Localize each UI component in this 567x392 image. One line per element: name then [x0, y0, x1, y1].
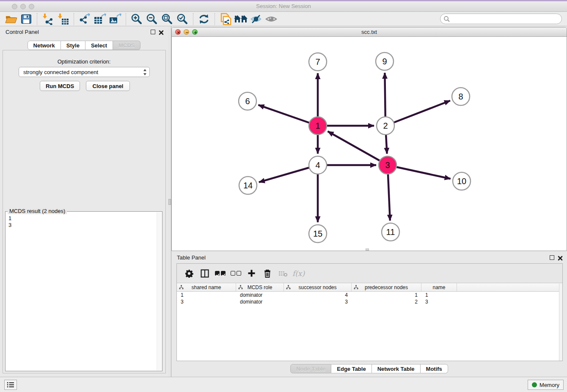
export-image-icon[interactable]: [107, 13, 123, 25]
svg-text:3: 3: [385, 160, 390, 170]
svg-text:9: 9: [382, 57, 387, 66]
memory-button[interactable]: Memory: [528, 380, 564, 390]
graph-edge-1-6[interactable]: [258, 105, 318, 126]
table-toolbar: f(x): [177, 264, 562, 283]
table-cell: 2: [352, 298, 421, 305]
deselect-all-columns-icon[interactable]: [228, 266, 244, 281]
float-panel-icon[interactable]: [151, 30, 155, 34]
table-cell: 1: [421, 292, 457, 298]
zoom-fit-icon[interactable]: [160, 13, 175, 25]
tab-motifs[interactable]: Motifs: [421, 364, 448, 373]
table-scrollbar[interactable]: [559, 284, 562, 361]
toolbar-separator: [215, 13, 215, 25]
column-header-name[interactable]: name: [421, 283, 457, 291]
export-network-icon[interactable]: [77, 13, 92, 25]
table-cell: 1: [177, 292, 236, 298]
search-input[interactable]: [450, 15, 561, 23]
mcds-result-scrollbar[interactable]: [157, 212, 162, 370]
graph-node-3[interactable]: 3: [379, 156, 396, 174]
panel-divider[interactable]: [168, 26, 171, 377]
memory-label: Memory: [539, 382, 559, 388]
tab-mcds[interactable]: MCDS: [113, 41, 140, 50]
table-row[interactable]: 1dominator411: [177, 292, 562, 298]
svg-text:14: 14: [243, 181, 253, 190]
column-header-shared-name[interactable]: shared name: [177, 283, 236, 291]
select-all-columns-icon[interactable]: [212, 266, 228, 281]
graph-node-14[interactable]: 14: [239, 177, 257, 194]
svg-text:4: 4: [315, 160, 320, 170]
tab-network-table[interactable]: Network Table: [372, 364, 421, 373]
refresh-layout-icon[interactable]: [196, 13, 212, 25]
graph-node-1[interactable]: 1: [309, 117, 327, 135]
graph-node-11[interactable]: 11: [382, 223, 399, 241]
toolbar-separator: [37, 13, 37, 25]
criterion-dropdown[interactable]: strongly connected component: [19, 67, 150, 77]
svg-text:2: 2: [383, 121, 388, 130]
list-icon: [7, 382, 14, 388]
criterion-value: strongly connected component: [23, 69, 98, 75]
run-mcds-button[interactable]: Run MCDS: [40, 81, 80, 91]
window-title: Session: New Session: [0, 3, 567, 9]
graph-node-2[interactable]: 2: [377, 117, 394, 135]
tab-node-table[interactable]: Node Table: [290, 364, 331, 373]
tab-edge-table[interactable]: Edge Table: [331, 364, 372, 373]
export-table-icon[interactable]: [92, 13, 107, 25]
show-graphics-details-icon[interactable]: [264, 13, 279, 25]
search-box[interactable]: [440, 14, 562, 24]
zoom-out-icon[interactable]: [144, 13, 160, 25]
tab-network[interactable]: Network: [28, 41, 61, 50]
add-row-icon[interactable]: [244, 266, 259, 281]
hide-graphics-details-icon[interactable]: [248, 13, 264, 25]
close-panel-button[interactable]: Close panel: [86, 81, 130, 91]
table-cell: 1: [352, 292, 421, 298]
close-panel-icon[interactable]: [558, 255, 563, 262]
graph-node-6[interactable]: 6: [239, 92, 256, 110]
toolbar-separator: [193, 13, 193, 25]
zoom-selected-icon[interactable]: [175, 13, 190, 25]
network-canvas[interactable]: 1234678910111415: [172, 37, 567, 251]
graph-node-8[interactable]: 8: [452, 88, 470, 105]
optimization-criterion-label: Optimization criterion:: [0, 58, 168, 65]
settings-gear-icon[interactable]: [181, 266, 197, 281]
graph-node-4[interactable]: 4: [309, 156, 327, 174]
table-body: 1dominator4113dominator323: [177, 292, 562, 305]
column-header-successor-nodes[interactable]: successor nodes: [284, 283, 352, 291]
float-panel-icon[interactable]: [550, 255, 554, 260]
network-window-titlebar[interactable]: scc.txt: [172, 28, 567, 37]
mcds-result-box: MCDS result (2 nodes) 1 3: [5, 211, 162, 371]
import-table-icon[interactable]: [55, 13, 71, 25]
clone-network-icon[interactable]: [218, 13, 233, 25]
column-header-MCDS-role[interactable]: MCDS role: [236, 283, 284, 291]
delete-row-icon[interactable]: [259, 266, 275, 281]
svg-text:1: 1: [315, 121, 320, 130]
toolbar-separator: [74, 13, 74, 25]
svg-text:10: 10: [457, 177, 466, 186]
graph-edge-2-8[interactable]: [385, 101, 450, 126]
task-history-button[interactable]: [4, 380, 17, 390]
graph-edge-3-10[interactable]: [388, 165, 451, 179]
table-tabs: Node TableEdge TableNetwork TableMotifs: [171, 364, 567, 373]
canvas-resize-handle[interactable]: [366, 248, 369, 251]
table-row[interactable]: 3dominator323: [177, 298, 562, 305]
table-panel: Table Panel: [171, 252, 567, 377]
divider-handle[interactable]: [168, 199, 171, 205]
graph-node-15[interactable]: 15: [309, 225, 327, 243]
graph-node-10[interactable]: 10: [453, 172, 471, 190]
graph-node-7[interactable]: 7: [309, 53, 327, 71]
network-window-title: scc.txt: [172, 29, 567, 35]
graph-edge-3-1[interactable]: [328, 131, 388, 165]
graph-node-9[interactable]: 9: [376, 52, 394, 70]
close-panel-icon[interactable]: [159, 29, 164, 37]
tab-select[interactable]: Select: [85, 41, 113, 50]
tab-style[interactable]: Style: [61, 41, 85, 50]
open-session-icon[interactable]: [3, 13, 19, 25]
function-builder-icon-disabled: f(x): [291, 266, 306, 281]
import-network-icon[interactable]: [40, 13, 55, 25]
split-view-icon[interactable]: [197, 266, 212, 281]
save-session-icon[interactable]: [19, 13, 34, 25]
search-icon: [443, 16, 450, 22]
column-header-predecessor-nodes[interactable]: predecessor nodes: [352, 283, 421, 291]
zoom-in-icon[interactable]: [129, 13, 144, 25]
control-panel-title: Control Panel: [6, 29, 39, 35]
home-icon[interactable]: [233, 13, 248, 25]
